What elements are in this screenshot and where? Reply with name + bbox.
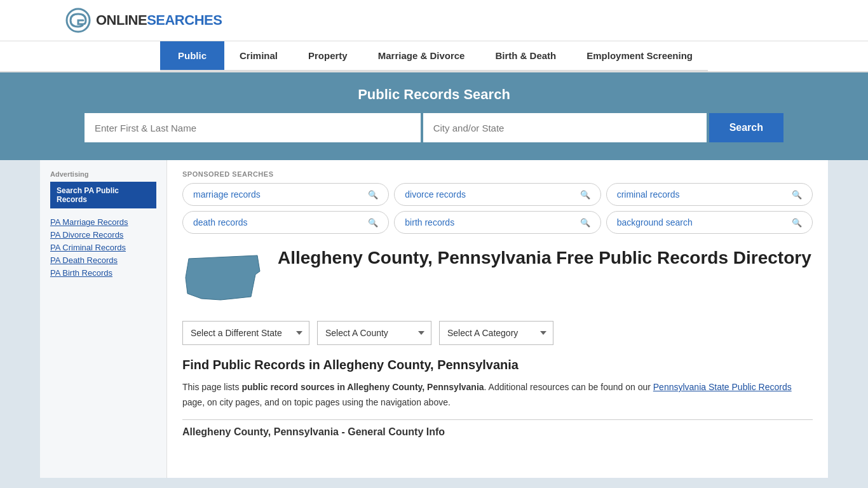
county-section: Allegheny County, Pennsylvania Free Publ… bbox=[182, 247, 813, 308]
logo[interactable]: ONLINE SEARCHES bbox=[65, 8, 222, 33]
search-button[interactable]: Search bbox=[709, 113, 783, 142]
location-input[interactable] bbox=[423, 113, 707, 142]
search-tags: marriage records 🔍 divorce records 🔍 cri… bbox=[182, 183, 813, 234]
sidebar-link-death[interactable]: PA Death Records bbox=[50, 255, 156, 265]
find-body: This page lists public record sources in… bbox=[182, 380, 813, 410]
logo-icon bbox=[65, 8, 91, 33]
sidebar-link-birth[interactable]: PA Birth Records bbox=[50, 268, 156, 278]
tag-marriage-label: marriage records bbox=[193, 189, 261, 200]
ad-button[interactable]: Search PA Public Records bbox=[50, 182, 156, 208]
nav-criminal[interactable]: Criminal bbox=[224, 41, 293, 70]
sidebar-link-criminal[interactable]: PA Criminal Records bbox=[50, 243, 156, 252]
tag-background[interactable]: background search 🔍 bbox=[606, 211, 813, 234]
pa-records-link[interactable]: Pennsylvania State Public Records bbox=[653, 382, 792, 392]
main-content: SPONSORED SEARCHES marriage records 🔍 di… bbox=[167, 160, 828, 478]
search-icon-5: 🔍 bbox=[580, 218, 590, 227]
dropdowns: Select a Different State Select A County… bbox=[182, 321, 813, 345]
tag-birth[interactable]: birth records 🔍 bbox=[394, 211, 600, 234]
nav-birth-death[interactable]: Birth & Death bbox=[480, 41, 571, 70]
main-nav: Public Criminal Property Marriage & Divo… bbox=[160, 41, 708, 71]
banner-title: Public Records Search bbox=[25, 86, 843, 103]
section-title: Allegheny County, Pennsylvania - General… bbox=[182, 426, 445, 437]
search-icon-1: 🔍 bbox=[368, 190, 378, 200]
sidebar-link-divorce[interactable]: PA Divorce Records bbox=[50, 230, 156, 240]
search-icon-2: 🔍 bbox=[580, 190, 590, 200]
find-title: Find Public Records in Allegheny County,… bbox=[182, 358, 813, 372]
county-title: Allegheny County, Pennsylvania Free Publ… bbox=[278, 247, 811, 269]
sidebar-link-marriage[interactable]: PA Marriage Records bbox=[50, 217, 156, 227]
nav-employment[interactable]: Employment Screening bbox=[571, 41, 708, 70]
tag-death-label: death records bbox=[193, 217, 248, 227]
tag-divorce-label: divorce records bbox=[405, 189, 466, 200]
tag-background-label: background search bbox=[617, 217, 693, 227]
sponsored-label: SPONSORED SEARCHES bbox=[182, 170, 813, 178]
nav-public[interactable]: Public bbox=[160, 41, 224, 70]
county-dropdown[interactable]: Select A County bbox=[317, 321, 431, 345]
pa-map bbox=[182, 247, 265, 308]
nav-property[interactable]: Property bbox=[293, 41, 363, 70]
search-icon-6: 🔍 bbox=[792, 218, 802, 227]
tag-criminal[interactable]: criminal records 🔍 bbox=[606, 183, 813, 206]
svg-marker-1 bbox=[186, 255, 260, 300]
search-icon-4: 🔍 bbox=[368, 218, 378, 227]
logo-text-searches: SEARCHES bbox=[147, 12, 222, 29]
tag-marriage[interactable]: marriage records 🔍 bbox=[182, 183, 389, 206]
sidebar: Advertising Search PA Public Records PA … bbox=[40, 160, 167, 478]
tag-divorce[interactable]: divorce records 🔍 bbox=[394, 183, 600, 206]
nav-marriage-divorce[interactable]: Marriage & Divorce bbox=[363, 41, 480, 70]
section-divider: Allegheny County, Pennsylvania - General… bbox=[182, 419, 813, 438]
search-icon-3: 🔍 bbox=[792, 190, 802, 200]
tag-birth-label: birth records bbox=[405, 217, 454, 227]
tag-criminal-label: criminal records bbox=[617, 189, 680, 200]
tag-death[interactable]: death records 🔍 bbox=[182, 211, 389, 234]
logo-text-online: ONLINE bbox=[96, 12, 147, 29]
category-dropdown[interactable]: Select A Category bbox=[439, 321, 553, 345]
ad-label: Advertising bbox=[50, 170, 156, 178]
state-dropdown[interactable]: Select a Different State bbox=[182, 321, 309, 345]
name-input[interactable] bbox=[85, 113, 421, 142]
